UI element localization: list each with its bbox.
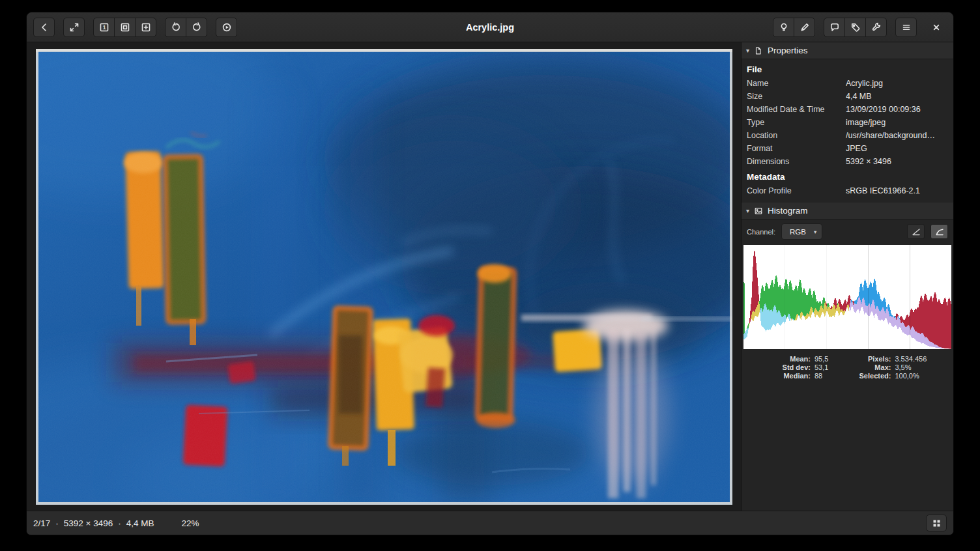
histogram-section-header[interactable]: ▾ Histogram: [742, 203, 953, 219]
histogram-chart: [743, 245, 951, 349]
property-label: Name: [747, 78, 846, 89]
stat-value: 88: [814, 372, 828, 380]
histogram-log-button[interactable]: [930, 224, 948, 239]
property-row: Dimensions5392 × 3496: [742, 155, 953, 168]
comment-icon: [829, 22, 840, 33]
window-title: Acrylic.jpg: [466, 22, 514, 33]
property-row: FormatJPEG: [742, 142, 953, 155]
rotate-right-button[interactable]: [186, 18, 207, 37]
property-row: Color ProfilesRGB IEC61966-2.1: [742, 184, 953, 197]
file-section-title: File: [742, 61, 953, 77]
property-label: Type: [747, 117, 846, 128]
stat-label: Std dev:: [758, 363, 811, 371]
document-icon: [754, 46, 763, 55]
histogram-stats-left: Mean:95,5 Std dev:53,1 Median:88: [758, 355, 828, 380]
property-value: 13/09/2019 00:09:36: [846, 104, 948, 115]
play-circle-icon: [222, 22, 232, 33]
property-label: Modified Date & Time: [747, 104, 846, 115]
menu-button[interactable]: [895, 18, 917, 37]
close-button[interactable]: [925, 18, 947, 37]
expand-arrows-icon: [69, 22, 79, 33]
zoom-in-button[interactable]: [135, 18, 156, 37]
properties-section-title: Properties: [768, 46, 808, 55]
linear-scale-icon: [912, 228, 921, 236]
properties-toggle-button[interactable]: [773, 18, 794, 37]
stat-value: 3.534.456: [895, 355, 927, 363]
rotate-button-group: [165, 18, 207, 37]
histogram-stats-right: Pixels:3.534.456 Max:3,5% Selected:100,0…: [848, 355, 927, 380]
stat-label: Median:: [758, 372, 811, 380]
property-value: image/jpeg: [846, 117, 948, 128]
histogram-section-title: Histogram: [768, 206, 808, 216]
brush-icon: [800, 22, 810, 33]
zoom-button-group: 1: [93, 18, 156, 37]
zoom-original-icon: 1: [99, 22, 109, 33]
histogram-controls: Channel: RGB ▾: [742, 219, 953, 244]
channel-value: RGB: [790, 228, 806, 236]
property-label: Dimensions: [747, 156, 846, 167]
toolbar-right: [773, 18, 947, 37]
file-properties: File NameAcrylic.jpg Size4,4 MB Modified…: [742, 59, 953, 203]
grid-icon: [932, 518, 942, 528]
property-value: /usr/share/background…: [846, 130, 948, 141]
property-row: Typeimage/jpeg: [742, 116, 953, 129]
zoom-original-button[interactable]: 1: [93, 18, 115, 37]
tag-icon: [850, 22, 861, 33]
thumbnails-button[interactable]: [926, 515, 947, 531]
stat-value: 53,1: [814, 363, 828, 371]
stat-value: 95,5: [814, 355, 828, 363]
log-scale-icon: [935, 228, 944, 236]
stat-label: Selected:: [848, 372, 891, 380]
property-label: Color Profile: [747, 186, 846, 197]
status-file-size: 4,4 MB: [126, 518, 154, 528]
meta-tools-group: [824, 18, 887, 37]
status-position: 2/17: [33, 518, 50, 528]
property-value: 4,4 MB: [846, 91, 948, 102]
edit-button[interactable]: [794, 18, 815, 37]
toolbar-left: 1: [33, 18, 237, 37]
zoom-fit-button[interactable]: [114, 18, 136, 37]
property-value: 5392 × 3496: [846, 156, 948, 167]
stat-value: 3,5%: [895, 363, 927, 371]
histogram-linear-button[interactable]: [907, 224, 925, 239]
metadata-section-title: Metadata: [742, 168, 953, 184]
property-row: Location/usr/share/background…: [742, 129, 953, 142]
property-value: sRGB IEC61966-2.1: [846, 186, 948, 197]
property-value: Acrylic.jpg: [846, 78, 948, 89]
hamburger-icon: [901, 22, 912, 33]
stat-label: Mean:: [758, 355, 811, 363]
wrench-icon: [871, 22, 882, 33]
zoom-in-icon: [141, 22, 151, 33]
properties-section-header[interactable]: ▾ Properties: [742, 42, 953, 59]
close-icon: [931, 22, 942, 33]
status-separator: ·: [55, 518, 59, 528]
tag-button[interactable]: [844, 18, 866, 37]
back-button[interactable]: [33, 18, 55, 37]
channel-select[interactable]: RGB ▾: [781, 223, 822, 240]
fullscreen-button[interactable]: [63, 18, 85, 37]
properties-panel: ▾ Properties File NameAcrylic.jpg Size4,…: [742, 42, 953, 511]
headerbar: 1: [27, 12, 953, 42]
stat-label: Max:: [848, 363, 891, 371]
app-window: 1: [26, 12, 954, 535]
tools-button[interactable]: [865, 18, 887, 37]
status-dimensions: 5392 × 3496: [64, 518, 113, 528]
statusbar: 2/17 · 5392 × 3496 · 4,4 MB 22%: [27, 511, 953, 535]
screen: 1: [0, 0, 980, 551]
property-label: Size: [747, 91, 846, 102]
rotate-ccw-icon: [171, 22, 181, 33]
property-label: Format: [747, 143, 846, 154]
channel-label: Channel:: [747, 228, 775, 236]
stat-label: Pixels:: [848, 355, 891, 363]
image-viewport[interactable]: [27, 42, 742, 511]
chevron-left-icon: [39, 22, 50, 33]
main-content: ▾ Properties File NameAcrylic.jpg Size4,…: [27, 42, 953, 511]
rotate-left-button[interactable]: [165, 18, 186, 37]
chevron-down-icon: ▾: [814, 229, 816, 235]
histogram-stats: Mean:95,5 Std dev:53,1 Median:88 Pixels:…: [742, 349, 953, 380]
comment-button[interactable]: [824, 18, 845, 37]
slideshow-button[interactable]: [216, 18, 237, 37]
zoom-fit-icon: [120, 22, 130, 33]
rotate-cw-icon: [192, 22, 202, 33]
photo-acrylic: [36, 49, 732, 505]
